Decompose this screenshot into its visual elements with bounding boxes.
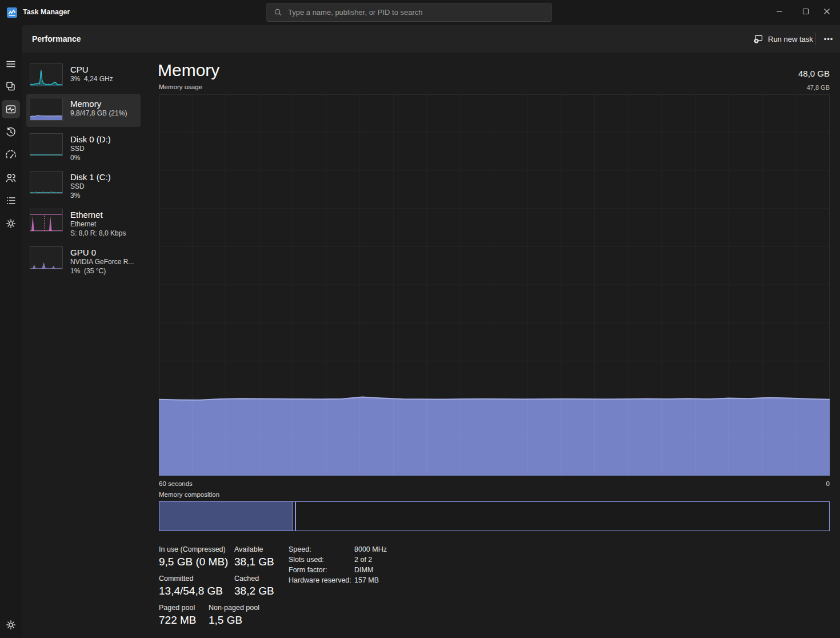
ethernet-mini-chart bbox=[30, 209, 63, 232]
detail-hwreserved-value: 157 MB bbox=[354, 576, 379, 584]
search-input[interactable] bbox=[282, 8, 551, 17]
sidebar-item-ethernet[interactable]: Ethernet Ethernet S: 8,0 R: 8,0 Kbps bbox=[26, 205, 141, 241]
stat-paged-label: Paged pool bbox=[159, 604, 196, 612]
page-header bbox=[22, 25, 840, 53]
search-box[interactable] bbox=[266, 3, 552, 22]
sidebar-gpu-title: GPU 0 bbox=[70, 247, 134, 258]
sidebar-disk0-type: SSD bbox=[70, 145, 111, 154]
detail-speed-value: 8000 MHz bbox=[354, 545, 387, 553]
sidebar-cpu-title: CPU bbox=[70, 64, 113, 75]
gpu-mini-chart bbox=[30, 246, 63, 269]
stat-nonpaged-label: Non-paged pool bbox=[209, 604, 259, 612]
sidebar-item-memory[interactable]: Memory 9,8/47,8 GB (21%) bbox=[26, 94, 141, 127]
sidebar-gpu-name: NVIDIA GeForce R... bbox=[70, 258, 134, 267]
memory-composition-label: Memory composition bbox=[159, 491, 219, 498]
header-divider bbox=[815, 33, 816, 45]
composition-in-use-segment bbox=[159, 502, 293, 531]
services-gear-icon bbox=[5, 218, 17, 229]
disk0-mini-chart bbox=[30, 133, 63, 156]
memory-composition-bar bbox=[159, 501, 830, 531]
list-icon bbox=[5, 195, 17, 206]
run-new-task-button[interactable]: Run new task bbox=[749, 31, 818, 47]
sidebar-item-gpu[interactable]: GPU 0 NVIDIA GeForce R... 1% (35 °C) bbox=[26, 242, 141, 279]
stat-cached: Cached 38,2 GB bbox=[234, 575, 274, 597]
disk1-mini-chart bbox=[30, 171, 63, 194]
memory-pane-title: Memory bbox=[158, 61, 219, 80]
close-icon bbox=[823, 8, 830, 15]
processes-icon bbox=[5, 81, 17, 92]
gauge-icon bbox=[5, 149, 17, 161]
sidebar-disk1-type: SSD bbox=[70, 182, 111, 192]
sidebar-item-disk1[interactable]: Disk 1 (C:) SSD 3% bbox=[26, 167, 141, 204]
detail-formfactor-label: Form factor: bbox=[289, 566, 327, 574]
menu-button[interactable] bbox=[5, 58, 17, 70]
stat-in-use-label: In use (Compressed) bbox=[159, 545, 228, 553]
history-clock-icon bbox=[5, 126, 17, 138]
nav-app-history[interactable] bbox=[5, 126, 17, 138]
memory-usage-label: Memory usage bbox=[159, 83, 202, 90]
stat-available-label: Available bbox=[234, 545, 274, 553]
run-new-task-label: Run new task bbox=[768, 35, 813, 43]
stat-available: Available 38,1 GB bbox=[234, 545, 274, 568]
detail-speed-label: Speed: bbox=[289, 545, 311, 553]
sidebar-disk0-stats: 0% bbox=[70, 154, 111, 163]
sidebar-memory-title: Memory bbox=[70, 98, 127, 109]
sidebar-ethernet-title: Ethernet bbox=[70, 209, 126, 220]
minimize-icon bbox=[776, 8, 783, 15]
stat-in-use-value: 9,5 GB (0 MB) bbox=[159, 556, 228, 568]
stat-committed: Committed 13,4/54,8 GB bbox=[159, 575, 223, 597]
navigation-rail bbox=[0, 25, 22, 638]
stat-available-value: 38,1 GB bbox=[234, 556, 274, 568]
minimize-button[interactable] bbox=[766, 0, 793, 23]
memory-scale-max: 47,8 GB bbox=[807, 84, 830, 91]
stat-committed-value: 13,4/54,8 GB bbox=[159, 585, 223, 597]
nav-services[interactable] bbox=[5, 218, 17, 229]
memory-usage-chart bbox=[159, 94, 830, 476]
detail-hwreserved-label: Hardware reserved: bbox=[289, 576, 351, 584]
gear-icon bbox=[5, 619, 17, 631]
memory-total-capacity: 48,0 GB bbox=[798, 69, 830, 78]
sidebar-memory-stats: 9,8/47,8 GB (21%) bbox=[70, 109, 127, 118]
stat-in-use: In use (Compressed) 9,5 GB (0 MB) bbox=[159, 545, 228, 568]
sidebar-disk1-stats: 3% bbox=[70, 192, 111, 201]
sidebar-cpu-stats: 3% 4,24 GHz bbox=[70, 75, 113, 84]
nav-processes[interactable] bbox=[5, 81, 17, 92]
sidebar-ethernet-stats: S: 8,0 R: 8,0 Kbps bbox=[70, 229, 126, 238]
stat-nonpaged-pool: Non-paged pool 1,5 GB bbox=[209, 604, 259, 627]
users-icon bbox=[5, 172, 17, 184]
detail-slots-value: 2 of 2 bbox=[354, 556, 372, 564]
detail-slots-label: Slots used: bbox=[289, 556, 324, 564]
sidebar-disk1-title: Disk 1 (C:) bbox=[70, 172, 111, 182]
maximize-icon bbox=[802, 8, 809, 15]
close-button[interactable] bbox=[814, 0, 840, 23]
nav-performance[interactable] bbox=[5, 103, 17, 115]
stat-paged-value: 722 MB bbox=[159, 614, 196, 627]
app-title: Task Manager bbox=[23, 8, 70, 16]
composition-segment-divider bbox=[295, 502, 296, 531]
ellipsis-icon: ••• bbox=[824, 35, 834, 43]
performance-icon bbox=[5, 103, 17, 115]
nav-startup-apps[interactable] bbox=[5, 149, 17, 161]
sidebar-item-cpu[interactable]: CPU 3% 4,24 GHz bbox=[26, 59, 141, 93]
cpu-mini-chart bbox=[30, 63, 63, 86]
sidebar-ethernet-name: Ethernet bbox=[70, 220, 126, 229]
title-bar: Task Manager bbox=[0, 0, 840, 25]
stat-cached-label: Cached bbox=[234, 575, 274, 583]
stat-cached-value: 38,2 GB bbox=[234, 585, 274, 597]
stat-committed-label: Committed bbox=[159, 575, 223, 583]
settings-button[interactable] bbox=[5, 619, 17, 631]
sidebar-item-disk0[interactable]: Disk 0 (D:) SSD 0% bbox=[26, 129, 141, 166]
task-manager-app-icon bbox=[7, 7, 17, 18]
sidebar-gpu-stats: 1% (35 °C) bbox=[70, 267, 134, 276]
nav-details[interactable] bbox=[5, 195, 17, 206]
x-axis-right-label: 0 bbox=[826, 480, 830, 487]
more-options-button[interactable]: ••• bbox=[821, 31, 836, 47]
search-icon bbox=[274, 8, 282, 17]
memory-mini-chart bbox=[30, 98, 63, 121]
nav-users[interactable] bbox=[5, 172, 17, 184]
run-new-task-icon bbox=[753, 34, 763, 44]
stat-nonpaged-value: 1,5 GB bbox=[209, 614, 259, 627]
x-axis-left-label: 60 seconds bbox=[159, 480, 193, 487]
sidebar-disk0-title: Disk 0 (D:) bbox=[70, 134, 111, 145]
detail-formfactor-value: DIMM bbox=[354, 566, 373, 574]
